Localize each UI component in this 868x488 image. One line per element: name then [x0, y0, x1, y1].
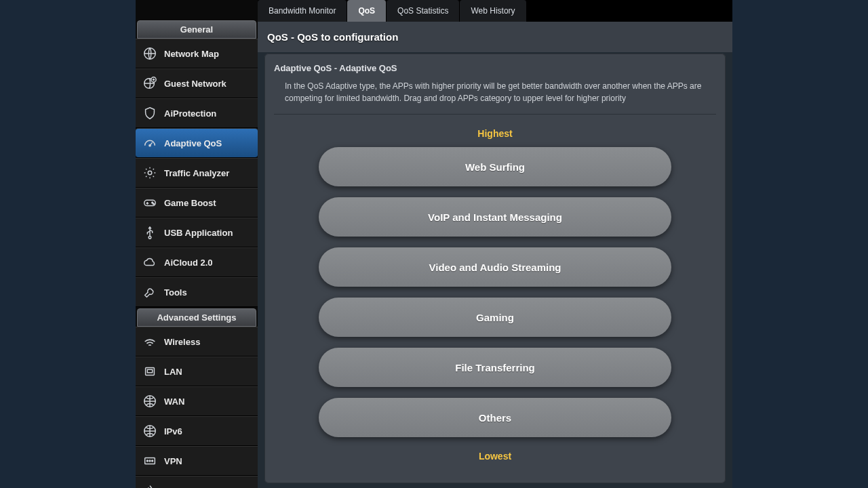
sidebar-item-label: Guest Network: [164, 79, 226, 89]
globe-plus-icon: [142, 76, 157, 91]
panel-description: In the QoS Adaptive type, the APPs with …: [274, 80, 716, 115]
sidebar-item-lan[interactable]: LAN: [136, 357, 258, 386]
priority-lowest-label: Lowest: [274, 451, 716, 462]
panel-subtitle: Adaptive QoS - Adaptive QoS: [274, 63, 716, 73]
sidebar-item-label: WAN: [164, 396, 184, 407]
priority-item-voip-and-instant-messaging[interactable]: VoIP and Instant Messaging: [319, 197, 671, 237]
signal-icon: [142, 334, 157, 349]
globe-grid-icon: [142, 394, 157, 409]
priority-item-video-and-audio-streaming[interactable]: Video and Audio Streaming: [319, 247, 671, 287]
tab-bandwidth-monitor[interactable]: Bandwidth Monitor: [258, 0, 347, 22]
sidebar-item-aiprotection[interactable]: AiProtection: [136, 98, 258, 128]
tab-qos-statistics[interactable]: QoS Statistics: [387, 0, 460, 22]
svg-point-7: [153, 203, 155, 205]
sidebar-item-label: LAN: [164, 367, 182, 377]
sidebar-item-wan[interactable]: WAN: [136, 386, 258, 416]
vpn-icon: [142, 453, 157, 468]
gauge-icon: [142, 136, 157, 150]
firewall-icon: [142, 483, 157, 488]
page-title: QoS - QoS to configuration: [258, 22, 732, 52]
svg-point-3: [149, 145, 151, 146]
sidebar-item-label: IPv6: [164, 426, 182, 436]
lan-icon: [142, 364, 157, 379]
svg-point-15: [149, 460, 151, 462]
qos-panel: Adaptive QoS - Adaptive QoS In the QoS A…: [264, 54, 726, 483]
priority-item-web-surfing[interactable]: Web Surfing: [319, 147, 671, 186]
sidebar-item-label: Traffic Analyzer: [164, 168, 229, 178]
shield-icon: [142, 106, 157, 121]
sidebar-item-label: Wireless: [164, 337, 200, 347]
globe-icon: [142, 46, 157, 61]
tab-bar: Bandwidth MonitorQoSQoS StatisticsWeb Hi…: [258, 0, 732, 22]
sidebar-item-game-boost[interactable]: Game Boost: [136, 188, 258, 218]
sidebar-item-wireless[interactable]: Wireless: [136, 327, 258, 357]
svg-rect-9: [146, 368, 155, 375]
globe-grid-icon: [142, 424, 157, 439]
sidebar: GeneralNetwork MapGuest NetworkAiProtect…: [136, 0, 258, 488]
priority-list: Web SurfingVoIP and Instant MessagingVid…: [274, 147, 716, 437]
sidebar-item-aicloud-2-0[interactable]: AiCloud 2.0: [136, 247, 258, 277]
svg-point-16: [152, 460, 153, 462]
sidebar-item-label: VPN: [164, 456, 182, 466]
sidebar-item-label: Game Boost: [164, 198, 216, 208]
sidebar-section-header: Advanced Settings: [137, 308, 256, 327]
sidebar-item-tools[interactable]: Tools: [136, 277, 258, 307]
svg-point-6: [152, 202, 153, 203]
svg-rect-10: [147, 369, 152, 373]
sidebar-item-guest-network[interactable]: Guest Network: [136, 68, 258, 98]
svg-point-4: [148, 171, 152, 175]
sidebar-item-label: AiProtection: [164, 108, 216, 119]
sidebar-item-firewall[interactable]: Firewall: [136, 476, 258, 488]
tab-web-history[interactable]: Web History: [460, 0, 526, 22]
cloud-icon: [142, 255, 157, 270]
sidebar-item-label: Network Map: [164, 49, 219, 59]
sidebar-item-traffic-analyzer[interactable]: Traffic Analyzer: [136, 158, 258, 188]
sidebar-item-vpn[interactable]: VPN: [136, 446, 258, 476]
sidebar-section-header: General: [137, 20, 256, 39]
sidebar-item-usb-application[interactable]: USB Application: [136, 218, 258, 247]
gamepad-icon: [142, 195, 157, 210]
tab-qos[interactable]: QoS: [347, 0, 387, 22]
radar-icon: [142, 165, 157, 180]
usb-icon: [142, 225, 157, 240]
sidebar-item-network-map[interactable]: Network Map: [136, 39, 258, 68]
wrench-icon: [142, 285, 157, 300]
app-frame: GeneralNetwork MapGuest NetworkAiProtect…: [136, 0, 732, 488]
main-content: Bandwidth MonitorQoSQoS StatisticsWeb Hi…: [258, 0, 732, 488]
priority-item-file-transferring[interactable]: File Transferring: [319, 348, 671, 387]
sidebar-item-label: Adaptive QoS: [164, 138, 222, 148]
sidebar-item-adaptive-qos[interactable]: Adaptive QoS: [136, 128, 258, 158]
priority-highest-label: Highest: [274, 128, 716, 139]
priority-item-gaming[interactable]: Gaming: [319, 298, 671, 337]
sidebar-item-label: Firewall: [164, 486, 197, 489]
sidebar-item-label: AiCloud 2.0: [164, 258, 213, 268]
priority-item-others[interactable]: Others: [319, 398, 671, 437]
sidebar-item-label: Tools: [164, 287, 187, 298]
svg-point-14: [146, 460, 148, 462]
sidebar-item-ipv6[interactable]: IPv6: [136, 416, 258, 446]
svg-point-8: [149, 237, 151, 239]
sidebar-item-label: USB Application: [164, 228, 233, 238]
